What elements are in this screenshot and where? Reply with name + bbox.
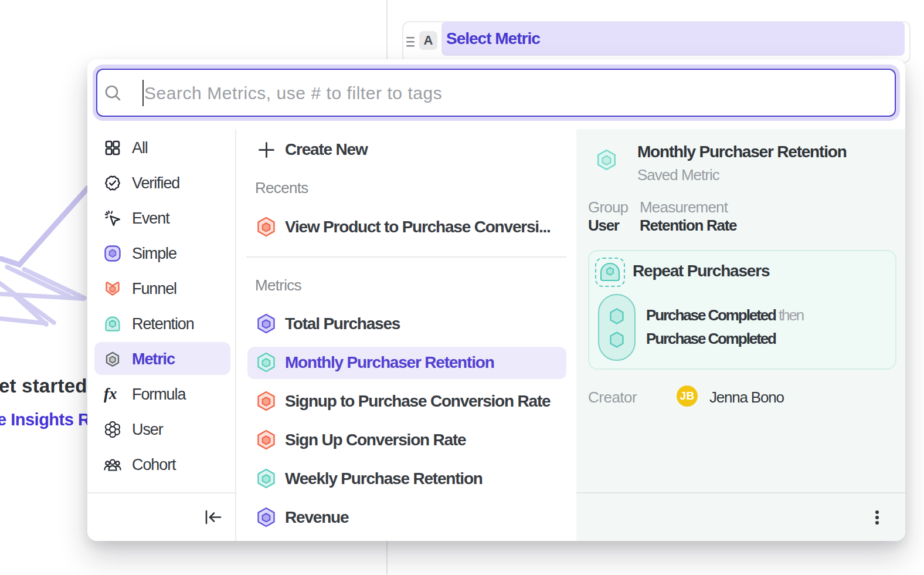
svg-text:fx: fx — [104, 386, 117, 402]
